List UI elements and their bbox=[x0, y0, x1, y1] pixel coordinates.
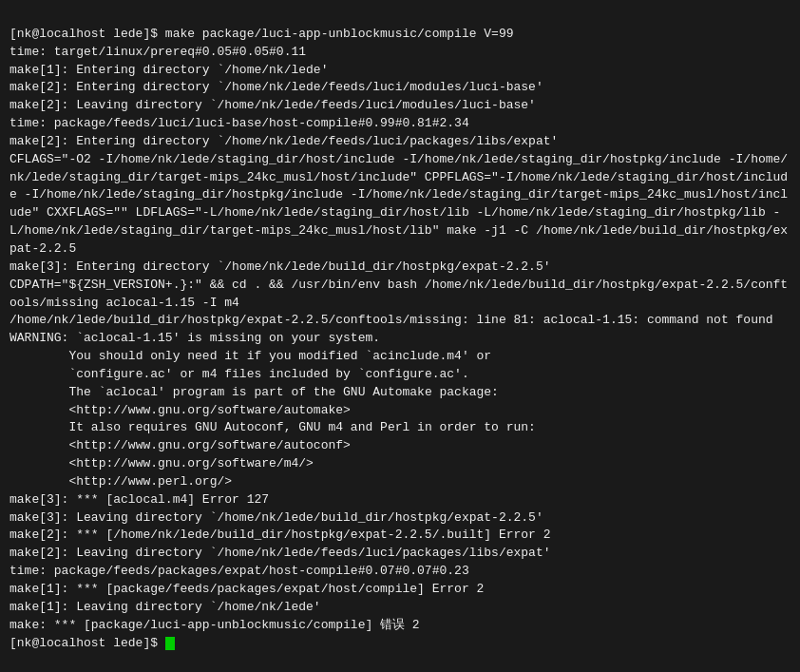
terminal-line: CDPATH="${ZSH_VERSION+.}:" && cd . && /u… bbox=[10, 277, 790, 313]
terminal-line: make[2]: Entering directory `/home/nk/le… bbox=[10, 133, 790, 151]
terminal-line: make[2]: Leaving directory `/home/nk/led… bbox=[10, 545, 790, 563]
terminal-line: time: package/feeds/packages/expat/host-… bbox=[10, 563, 790, 581]
terminal-line: [nk@localhost lede]$ make package/luci-a… bbox=[10, 26, 790, 44]
terminal-line: time: package/feeds/luci/luci-base/host-… bbox=[10, 115, 790, 133]
terminal-line: make[1]: Leaving directory `/home/nk/led… bbox=[10, 599, 790, 617]
terminal-line: WARNING: `aclocal-1.15' is missing on yo… bbox=[10, 330, 790, 348]
terminal-line: <http://www.gnu.org/software/autoconf> bbox=[10, 437, 790, 455]
terminal-line: <http://www.gnu.org/software/m4/> bbox=[10, 455, 790, 473]
terminal-line: make[2]: Entering directory `/home/nk/le… bbox=[10, 79, 790, 97]
terminal-line: <http://www.gnu.org/software/automake> bbox=[10, 402, 790, 420]
terminal-line: It also requires GNU Autoconf, GNU m4 an… bbox=[10, 419, 790, 437]
terminal-line: make[2]: Leaving directory `/home/nk/led… bbox=[10, 97, 790, 115]
terminal-line: make[3]: Leaving directory `/home/nk/led… bbox=[10, 509, 790, 528]
terminal-line: <http://www.perl.org/> bbox=[10, 473, 790, 491]
terminal-line: [nk@localhost lede]$ bbox=[10, 635, 790, 653]
terminal-line: make[1]: Entering directory `/home/nk/le… bbox=[10, 62, 790, 80]
terminal-line: time: target/linux/prereq#0.05#0.05#0.11 bbox=[10, 44, 790, 62]
terminal-line: make[2]: *** [/home/nk/lede/build_dir/ho… bbox=[10, 527, 790, 545]
terminal-line: make[1]: *** [package/feeds/packages/exp… bbox=[10, 581, 790, 599]
terminal-line: CFLAGS="-O2 -I/home/nk/lede/staging_dir/… bbox=[10, 151, 790, 259]
terminal-line: make: *** [package/luci-app-unblockmusic… bbox=[10, 617, 790, 635]
terminal-line: `configure.ac' or m4 files included by `… bbox=[10, 366, 790, 384]
terminal-line: The `aclocal' program is part of the GNU… bbox=[10, 384, 790, 402]
terminal-line: You should only need it if you modified … bbox=[10, 348, 790, 366]
terminal-line: make[3]: *** [aclocal.m4] Error 127 bbox=[10, 491, 790, 509]
terminal-line: /home/nk/lede/build_dir/hostpkg/expat-2.… bbox=[10, 312, 790, 330]
terminal-line: make[3]: Entering directory `/home/nk/le… bbox=[10, 259, 790, 277]
terminal-window[interactable]: [nk@localhost lede]$ make package/luci-a… bbox=[0, 0, 800, 672]
terminal-cursor bbox=[165, 637, 175, 650]
